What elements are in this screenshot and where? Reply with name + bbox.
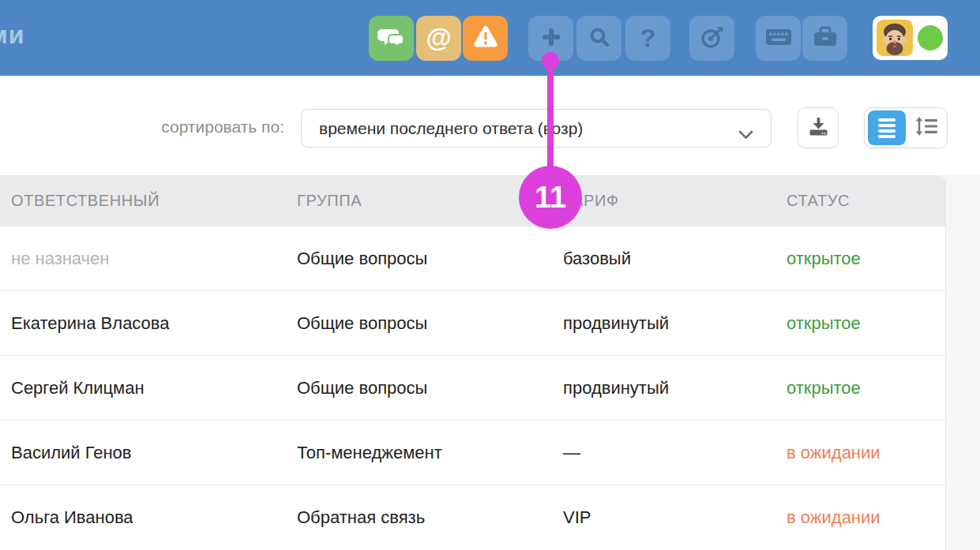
sort-select[interactable]: времени последнего ответа (возр) [301, 109, 772, 148]
sort-select-value: времени последнего ответа (возр) [319, 119, 583, 138]
ticket-responsible: Ольга Иванова [11, 507, 297, 528]
column-header-responsible: ОТВЕТСТВЕННЫЙ [11, 192, 297, 210]
list-toolbar: сортировать по: времени последнего ответ… [0, 76, 980, 175]
top-navigation-bar: ми @ [0, 0, 980, 76]
help-button[interactable]: ? [625, 16, 670, 61]
table-header-row: ОТВЕТСТВЕННЫЙ ГРУППА ТАРИФ СТАТУС [0, 175, 945, 226]
ticket-status: открытое [787, 378, 945, 398]
chat-icon [377, 25, 406, 52]
column-header-group: ГРУППА [297, 192, 563, 210]
ticket-tariff: продвинутый [563, 313, 787, 334]
goals-button[interactable] [689, 16, 734, 61]
briefcase-icon [813, 26, 838, 51]
ticket-status: открытое [787, 313, 945, 334]
online-status-dot [918, 25, 943, 51]
list-view-button-active[interactable] [868, 110, 906, 145]
ticket-tariff: базовый [563, 249, 787, 269]
plus-icon [540, 26, 562, 51]
user-profile-widget[interactable] [873, 16, 948, 60]
ticket-tariff: VIP [563, 507, 787, 528]
column-header-status: СТАТУС [787, 192, 945, 210]
ticket-tariff: — [563, 443, 787, 463]
ticket-group: Общие вопросы [297, 378, 563, 398]
help-icon: ? [640, 24, 656, 53]
table-row[interactable]: Екатерина Власова Общие вопросы продвину… [0, 290, 945, 355]
ticket-group: Общие вопросы [297, 313, 563, 334]
ticket-status: в ожидании [787, 507, 945, 528]
tickets-table-card: ОТВЕТСТВЕННЫЙ ГРУППА ТАРИФ СТАТУС не наз… [0, 175, 946, 550]
table-row[interactable]: Василий Генов Топ-менеджемент — в ожидан… [0, 420, 945, 485]
ticket-status: в ожидании [787, 443, 945, 463]
chevron-down-icon [738, 125, 753, 144]
add-ticket-button[interactable] [528, 16, 573, 61]
alerts-button[interactable] [463, 16, 508, 61]
tickets-table-area: ОТВЕТСТВЕННЫЙ ГРУППА ТАРИФ СТАТУС не наз… [0, 175, 980, 550]
mention-icon: @ [426, 23, 451, 53]
column-header-tariff: ТАРИФ [563, 192, 787, 210]
chat-button[interactable] [369, 16, 414, 61]
table-row[interactable]: Ольга Иванова Обратная связь VIP в ожида… [0, 485, 945, 549]
table-row[interactable]: Сергей Клицман Общие вопросы продвинутый… [0, 355, 945, 420]
list-icon [878, 118, 896, 122]
sort-by-label: сортировать по: [0, 118, 284, 137]
target-icon [700, 24, 725, 53]
ticket-responsible: Василий Генов [11, 443, 297, 463]
tools-button[interactable] [802, 16, 847, 61]
ticket-tariff: продвинутый [563, 378, 787, 398]
export-button[interactable] [798, 107, 839, 148]
row-density-button[interactable] [906, 116, 947, 140]
partial-page-title: ми [0, 21, 24, 50]
view-mode-toggle [864, 107, 948, 148]
ticket-group: Топ-менеджемент [297, 443, 563, 463]
download-icon [808, 116, 829, 140]
ticket-status: открытое [787, 249, 945, 269]
keyboard-icon [765, 28, 792, 50]
ticket-group: Общие вопросы [297, 249, 563, 269]
mentions-button[interactable]: @ [416, 16, 461, 61]
ticket-responsible: Сергей Клицман [11, 378, 297, 398]
ticket-responsible: Екатерина Власова [11, 313, 297, 334]
hotkeys-button[interactable] [756, 16, 801, 61]
user-avatar [877, 20, 913, 56]
line-height-icon [914, 116, 939, 140]
search-button[interactable] [576, 16, 621, 61]
ticket-responsible: не назначен [11, 249, 297, 269]
ticket-group: Обратная связь [297, 507, 563, 528]
table-row[interactable]: не назначен Общие вопросы базовый открыт… [0, 226, 945, 290]
alert-icon [471, 24, 500, 52]
search-icon [588, 26, 610, 51]
